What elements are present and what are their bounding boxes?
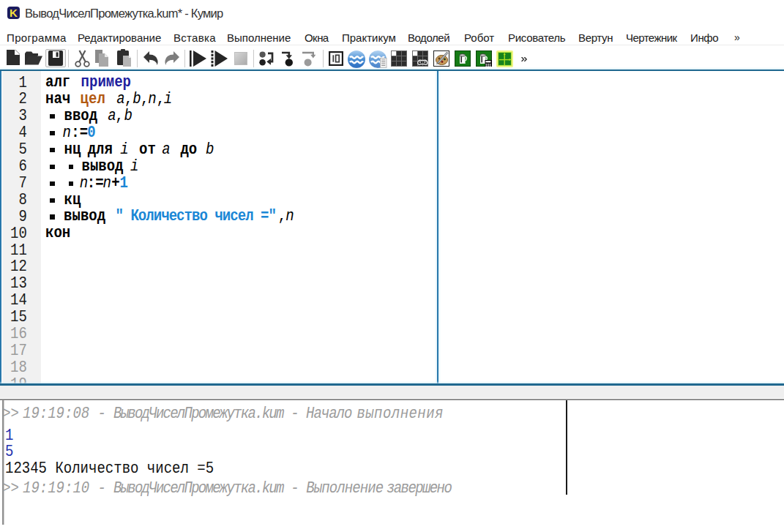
svg-text:K: K (10, 7, 18, 19)
